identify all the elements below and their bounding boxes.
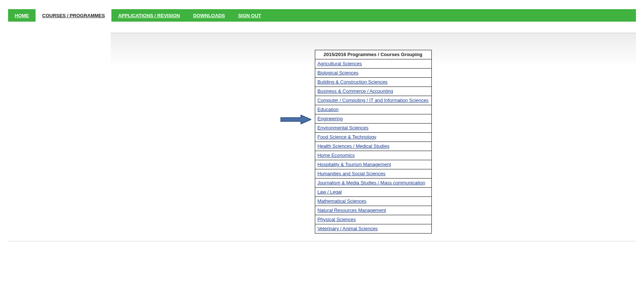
programme-link[interactable]: Hospitality & Tourism Management: [317, 162, 391, 167]
programme-link[interactable]: Computer / Computing / IT and Informatio…: [317, 98, 428, 103]
table-cell: Mathematical Sciences: [315, 197, 431, 206]
table-row: Computer / Computing / IT and Informatio…: [315, 96, 431, 105]
pointer-arrow: [280, 114, 311, 125]
top-navbar: HOMECOURSES / PROGRAMMESAPPLICATIONS / R…: [8, 9, 636, 22]
table-row: Agricultural Sciences: [315, 59, 431, 69]
table-cell: Hospitality & Tourism Management: [315, 160, 431, 169]
table-cell: Home Economics: [315, 151, 431, 160]
arrow-icon: [280, 115, 311, 124]
nav-sign-out[interactable]: SIGN OUT: [232, 9, 268, 22]
programme-link[interactable]: Mathematical Sciences: [317, 198, 367, 204]
programme-link[interactable]: Law / Legal: [317, 189, 342, 195]
programme-link[interactable]: Veterinary / Animal Sciences: [317, 226, 378, 231]
programme-link[interactable]: Natural Resources Management: [317, 207, 386, 213]
table-cell: Business & Commerce / Accounting: [315, 87, 431, 96]
table-row: Engineering: [315, 114, 431, 124]
table-cell: Building & Construction Sciences: [315, 78, 431, 87]
programme-link[interactable]: Food Science & Technology: [317, 134, 376, 140]
table-cell: Veterinary / Animal Sciences: [315, 224, 431, 234]
programme-link[interactable]: Environmental Sciences: [317, 125, 368, 131]
table-cell: Journalism & Media Studies / Mass commun…: [315, 179, 431, 188]
programmes-table: 2015/2016 Programmes / Courses Grouping …: [315, 50, 432, 234]
table-row: Biological Sciences: [315, 69, 431, 78]
table-cell: Food Science & Technology: [315, 133, 431, 142]
nav-home[interactable]: HOME: [8, 9, 36, 22]
table-row: Home Economics: [315, 151, 431, 160]
table-row: Health Sciences / Medical Studies: [315, 142, 431, 151]
programme-link[interactable]: Home Economics: [317, 152, 355, 158]
table-row: Physical Sciences: [315, 215, 431, 224]
programme-link[interactable]: Education: [317, 107, 339, 112]
table-row: Business & Commerce / Accounting: [315, 87, 431, 96]
table-row: Law / Legal: [315, 188, 431, 197]
table-cell: Environmental Sciences: [315, 124, 431, 133]
table-cell: Biological Sciences: [315, 69, 431, 78]
programme-link[interactable]: Biological Sciences: [317, 70, 358, 76]
content-band: 2015/2016 Programmes / Courses Grouping …: [111, 33, 636, 234]
table-row: Veterinary / Animal Sciences: [315, 224, 431, 234]
programmes-table-body: Agricultural Sciences Biological Science…: [315, 59, 431, 234]
programmes-table-heading: 2015/2016 Programmes / Courses Grouping: [315, 50, 431, 59]
table-row: Building & Construction Sciences: [315, 78, 431, 87]
table-cell: Humanities and Social Sciences: [315, 169, 431, 179]
table-cell: Engineering: [315, 114, 431, 124]
table-row: Hospitality & Tourism Management: [315, 160, 431, 169]
table-cell: Agricultural Sciences: [315, 59, 431, 69]
nav-filler: [268, 9, 636, 22]
table-row: Natural Resources Management: [315, 206, 431, 215]
content-area: 2015/2016 Programmes / Courses Grouping …: [8, 33, 636, 234]
table-row: Education: [315, 105, 431, 114]
table-cell: Law / Legal: [315, 188, 431, 197]
programme-link[interactable]: Engineering: [317, 116, 343, 121]
nav-applications-revision[interactable]: APPLICATIONS / REVISION: [111, 9, 187, 22]
table-row: Environmental Sciences: [315, 124, 431, 133]
table-row: Journalism & Media Studies / Mass commun…: [315, 179, 431, 188]
programme-link[interactable]: Journalism & Media Studies / Mass commun…: [317, 180, 425, 185]
table-cell: Health Sciences / Medical Studies: [315, 142, 431, 151]
table-cell: Education: [315, 105, 431, 114]
programme-link[interactable]: Business & Commerce / Accounting: [317, 88, 393, 94]
programme-link[interactable]: Building & Construction Sciences: [317, 79, 388, 85]
table-row: Food Science & Technology: [315, 133, 431, 142]
footer-divider: [8, 241, 636, 242]
table-cell: Computer / Computing / IT and Informatio…: [315, 96, 431, 105]
table-cell: Physical Sciences: [315, 215, 431, 224]
table-row: Humanities and Social Sciences: [315, 169, 431, 179]
table-row: Mathematical Sciences: [315, 197, 431, 206]
nav-courses-programmes[interactable]: COURSES / PROGRAMMES: [36, 9, 111, 22]
programme-link[interactable]: Humanities and Social Sciences: [317, 171, 386, 176]
programme-link[interactable]: Physical Sciences: [317, 217, 356, 222]
programme-link[interactable]: Health Sciences / Medical Studies: [317, 143, 390, 149]
nav-downloads[interactable]: DOWNLOADS: [187, 9, 232, 22]
programme-link[interactable]: Agricultural Sciences: [317, 61, 362, 66]
table-cell: Natural Resources Management: [315, 206, 431, 215]
